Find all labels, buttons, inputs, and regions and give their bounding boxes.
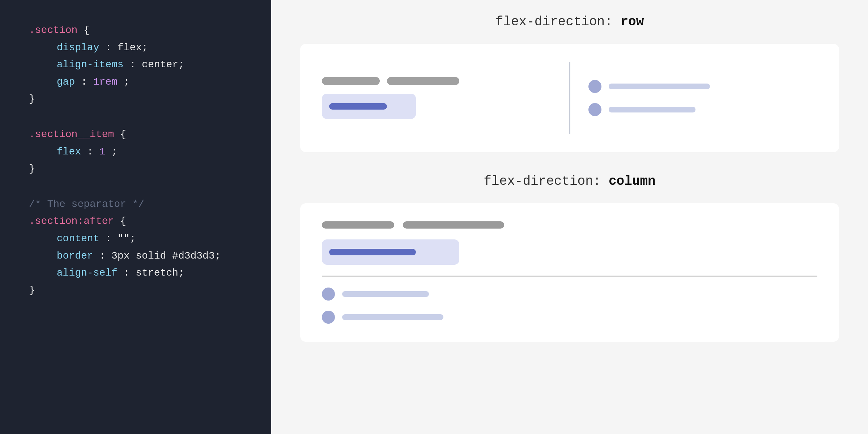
selector-section: .section — [29, 25, 77, 36]
horizontal-separator — [322, 276, 817, 277]
dot-line-1 — [609, 84, 710, 89]
row-top-bars — [322, 77, 551, 85]
comment-separator: /* The separator */ — [29, 199, 144, 210]
prop-display: display — [57, 42, 99, 53]
dot-1 — [588, 80, 601, 93]
col-title-normal: flex-direction: — [484, 174, 609, 189]
code-line-selector-item: .section__item { — [29, 126, 242, 143]
val-empty-string: ""; — [118, 233, 136, 244]
code-line-selector-after: .section:after { — [29, 213, 242, 230]
code-line-align-self: align-self : stretch; — [29, 264, 242, 282]
col-blue-inner — [329, 249, 416, 255]
gray-bar-1 — [322, 77, 380, 85]
brace-close-1: } — [29, 93, 35, 105]
col-top-bars — [322, 221, 817, 229]
colon-2: : — [129, 59, 142, 70]
brace-open-3: { — [120, 216, 126, 227]
colon-6: : — [99, 250, 111, 261]
col-diagram — [300, 203, 839, 342]
selected-item-row — [322, 94, 416, 119]
prop-align-items: align-items — [57, 59, 124, 70]
col-dot-1 — [322, 288, 335, 301]
prop-align-self: align-self — [57, 267, 118, 278]
code-section-after: /* The separator */ .section:after { con… — [29, 196, 242, 299]
brace-open-2: { — [120, 129, 126, 140]
colon-4: : — [87, 146, 99, 157]
code-section-item: .section__item { flex : 1 ; } — [29, 126, 242, 178]
row-diagram — [300, 44, 839, 152]
colon-1: : — [105, 42, 118, 53]
val-flex: flex; — [118, 42, 148, 53]
col-dot-rows — [322, 288, 817, 324]
colon-3: : — [81, 76, 93, 88]
prop-content: content — [57, 233, 99, 244]
col-direction-title: flex-direction: column — [484, 174, 655, 189]
val-1: 1 — [99, 146, 105, 157]
col-dot-2 — [322, 311, 335, 324]
val-semi-1: ; — [124, 76, 130, 88]
dot-2 — [588, 103, 601, 116]
colon-7: : — [124, 267, 136, 278]
brace-close-2: } — [29, 163, 35, 174]
col-gray-bar-2 — [403, 221, 504, 229]
gray-bar-2 — [387, 77, 459, 85]
vertical-separator — [569, 62, 570, 134]
code-line-comment: /* The separator */ — [29, 196, 242, 213]
col-gray-bar-1 — [322, 221, 394, 229]
code-line-content: content : ""; — [29, 230, 242, 247]
col-dot-line-1 — [342, 291, 429, 297]
code-line-gap: gap : 1rem ; — [29, 73, 242, 91]
brace-close-3: } — [29, 285, 35, 296]
val-1rem: 1rem — [93, 76, 118, 88]
prop-border: border — [57, 250, 93, 261]
prop-flex: flex — [57, 146, 81, 157]
code-line-flex: flex : 1 ; — [29, 143, 242, 161]
code-line-selector-section: .section { — [29, 22, 242, 39]
col-selected-item — [322, 239, 459, 265]
code-line-brace-1: } — [29, 90, 242, 108]
row-right-items — [588, 80, 818, 116]
col-dot-row-1 — [322, 288, 817, 301]
code-section-section: .section { display : flex; align-items :… — [29, 22, 242, 108]
val-stretch: stretch; — [136, 267, 184, 278]
dot-line-2 — [609, 107, 695, 112]
dot-row-2 — [588, 103, 818, 116]
code-editor: .section { display : flex; align-items :… — [29, 22, 242, 299]
left-panel: .section { display : flex; align-items :… — [0, 0, 271, 434]
code-line-brace-3: } — [29, 282, 242, 299]
brace-open: { — [84, 25, 90, 36]
col-title-bold: column — [609, 174, 656, 189]
right-panel: flex-direction: row — [271, 0, 868, 434]
selector-after: .section:after — [29, 216, 114, 227]
col-dot-row-2 — [322, 311, 817, 324]
row-direction-title: flex-direction: row — [495, 14, 644, 29]
val-border: 3px solid #d3d3d3; — [111, 250, 221, 261]
code-line-display: display : flex; — [29, 39, 242, 56]
col-dot-line-2 — [342, 314, 443, 320]
code-line-align-items: align-items : center; — [29, 56, 242, 73]
code-line-border: border : 3px solid #d3d3d3; — [29, 247, 242, 265]
blue-inner-bar-row — [329, 103, 387, 110]
dot-row-1 — [588, 80, 818, 93]
row-title-bold: row — [620, 14, 644, 29]
prop-gap: gap — [57, 76, 75, 88]
code-line-brace-2: } — [29, 160, 242, 178]
colon-5: : — [105, 233, 118, 244]
row-title-normal: flex-direction: — [495, 14, 621, 29]
val-center: center; — [142, 59, 184, 70]
selector-item: .section__item — [29, 129, 114, 140]
val-semi-2: ; — [111, 146, 118, 157]
row-left-items — [322, 77, 551, 119]
